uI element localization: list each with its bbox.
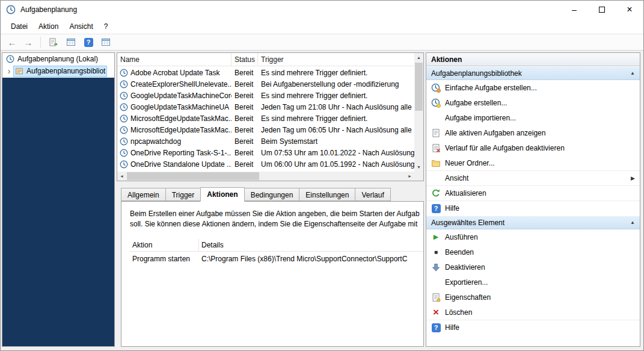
window-title: Aufgabenplanung <box>20 5 77 14</box>
task-status: Bereit <box>232 160 258 169</box>
library-icon <box>15 67 23 75</box>
view-icon <box>431 173 441 183</box>
tab-aktionen[interactable]: Aktionen <box>200 187 244 202</box>
menu-aktion[interactable]: Aktion <box>33 20 64 33</box>
collapse-icon[interactable]: ▲ <box>630 220 635 225</box>
scroll-up-button[interactable]: ▲ <box>414 53 423 62</box>
action-pane-toggle-button[interactable] <box>99 36 113 49</box>
tab-trigger[interactable]: Trigger <box>165 188 201 201</box>
delete-icon: × <box>431 308 441 317</box>
window-controls: – × <box>560 1 643 19</box>
detail-description: Beim Erstellen einer Aufgabe müssen Sie … <box>121 202 423 229</box>
action-run[interactable]: ▶ Ausführen <box>426 229 640 244</box>
help-icon: ? <box>432 204 441 213</box>
collapse-icon[interactable]: ▲ <box>630 70 635 76</box>
task-clock-icon <box>120 160 128 169</box>
export-icon <box>431 278 441 287</box>
action-label: Aufgabe erstellen... <box>445 99 507 107</box>
action-disable-history[interactable]: Verlauf für alle Aufgaben deaktivieren <box>426 140 640 155</box>
task-clock-icon <box>120 149 128 157</box>
action-delete[interactable]: × Löschen <box>426 305 640 320</box>
task-name: GoogleUpdateTaskMachineCore <box>130 92 232 100</box>
help-button[interactable]: ? <box>81 36 96 49</box>
vertical-scrollbar[interactable]: ▲ ▼ <box>414 53 423 172</box>
action-help-library[interactable]: ? Hilfe <box>426 200 640 216</box>
task-status: Bereit <box>232 149 258 157</box>
scroll-left-button[interactable]: ◄ <box>117 172 126 181</box>
action-label: Alle aktiven Aufgaben anzeigen <box>445 129 545 137</box>
column-header-details[interactable]: Details <box>199 239 424 251</box>
task-list-header: Name Status Trigger <box>117 53 414 66</box>
close-button[interactable]: × <box>616 1 643 19</box>
action-create-task[interactable]: Aufgabe erstellen... <box>426 95 640 110</box>
actions-table: Aktion Details Programm starten C:\Progr… <box>130 239 423 266</box>
tree-library-selected[interactable]: Aufgabenplanungsbibliot <box>13 66 107 77</box>
table-row[interactable]: GoogleUpdateTaskMachineUA Bereit Jeden T… <box>117 101 414 113</box>
action-label: Aufgabe importieren... <box>445 114 516 122</box>
task-trigger: Es sind mehrere Trigger definiert. <box>258 114 414 123</box>
menu-ansicht[interactable]: Ansicht <box>64 20 98 33</box>
export-list-button[interactable] <box>46 36 61 49</box>
tree-library-label: Aufgabenplanungsbibliot <box>26 67 105 75</box>
section-header-selected-item[interactable]: Ausgewähltes Element ▲ <box>426 216 640 229</box>
tab-verlauf[interactable]: Verlauf <box>355 188 390 201</box>
tree-item-library[interactable]: › Aufgabenplanungsbibliot <box>2 65 114 77</box>
action-import-task[interactable]: Aufgabe importieren... <box>426 110 640 125</box>
table-row[interactable]: GoogleUpdateTaskMachineCore Bereit Es si… <box>117 90 414 101</box>
action-create-basic-task[interactable]: Einfache Aufgabe erstellen... <box>426 80 640 95</box>
action-show-running-tasks[interactable]: Alle aktiven Aufgaben anzeigen <box>426 125 640 140</box>
action-label: Löschen <box>445 308 472 317</box>
task-trigger: Beim Systemstart <box>258 137 414 146</box>
column-header-aktion[interactable]: Aktion <box>130 239 199 251</box>
action-label: Verlauf für alle Aufgaben deaktivieren <box>445 144 565 152</box>
table-row[interactable]: MicrosoftEdgeUpdateTaskMac... Bereit Es … <box>117 113 414 124</box>
back-button[interactable]: ← <box>5 37 19 48</box>
help-icon: ? <box>84 38 93 47</box>
scroll-right-button[interactable]: ► <box>405 172 414 181</box>
tab-allgemein[interactable]: Allgemein <box>121 188 166 201</box>
maximize-button[interactable] <box>588 1 616 19</box>
column-header-status[interactable]: Status <box>232 53 258 66</box>
action-end[interactable]: ■ Beenden <box>426 244 640 259</box>
tree-item-root[interactable]: Aufgabenplanung (Lokal) <box>2 53 114 65</box>
vertical-scroll-thumb[interactable] <box>415 63 423 111</box>
action-label: Ansicht <box>445 174 468 182</box>
section-header-library[interactable]: Aufgabenplanungsbibliothek ▲ <box>426 66 640 80</box>
column-header-name[interactable]: Name <box>117 53 232 66</box>
action-properties[interactable]: Eigenschaften <box>426 290 640 305</box>
table-row[interactable]: CreateExplorerShellUnelevate... Bereit B… <box>117 78 414 90</box>
column-header-trigger[interactable]: Trigger <box>258 53 414 66</box>
titlebar: Aufgabenplanung – × <box>1 1 643 19</box>
table-row[interactable]: OneDrive Reporting Task-S-1-... Bereit U… <box>117 147 414 158</box>
toolbar: ← → ? <box>1 34 643 51</box>
action-label: Hilfe <box>445 204 459 213</box>
action-export[interactable]: Exportieren... <box>426 275 640 290</box>
chevron-right-icon[interactable]: › <box>5 67 13 75</box>
task-list: Name Status Trigger Adobe Acrobat Update… <box>117 52 424 181</box>
tab-bedingungen[interactable]: Bedingungen <box>244 188 300 201</box>
run-icon: ▶ <box>431 232 441 242</box>
table-row[interactable]: OneDrive Standalone Update ... Bereit Um… <box>117 158 414 170</box>
table-row[interactable]: Programm starten C:\Program Files (x86)\… <box>130 252 424 266</box>
task-trigger: Es sind mehrere Trigger definiert. <box>258 92 414 100</box>
table-row[interactable]: Adobe Acrobat Update Task Bereit Es sind… <box>117 67 414 78</box>
action-refresh[interactable]: Aktualisieren <box>426 185 640 200</box>
minimize-button[interactable]: – <box>560 1 588 19</box>
horizontal-scroll-thumb[interactable] <box>127 172 259 180</box>
action-new-folder[interactable]: Neuer Ordner... <box>426 155 640 170</box>
table-row[interactable]: npcapwatchdog Bereit Beim Systemstart <box>117 135 414 147</box>
table-row[interactable]: MicrosoftEdgeUpdateTaskMac... Bereit Jed… <box>117 124 414 135</box>
scroll-down-button[interactable]: ▼ <box>414 163 423 172</box>
horizontal-scrollbar[interactable]: ◄ ► <box>117 172 414 181</box>
action-disable[interactable]: Deaktivieren <box>426 259 640 275</box>
action-help-selected[interactable]: ? Hilfe <box>426 320 640 335</box>
tab-einstellungen[interactable]: Einstellungen <box>299 188 355 201</box>
forward-button[interactable]: → <box>22 37 35 48</box>
task-clock-icon <box>120 103 128 111</box>
menu-datei[interactable]: Datei <box>5 20 33 33</box>
actions-table-header: Aktion Details <box>130 239 424 252</box>
action-view[interactable]: Ansicht ▶ <box>426 170 640 185</box>
console-tree-toggle-button[interactable] <box>64 36 78 49</box>
menu-hilfe[interactable]: ? <box>99 20 114 33</box>
minimize-icon: – <box>572 5 577 14</box>
